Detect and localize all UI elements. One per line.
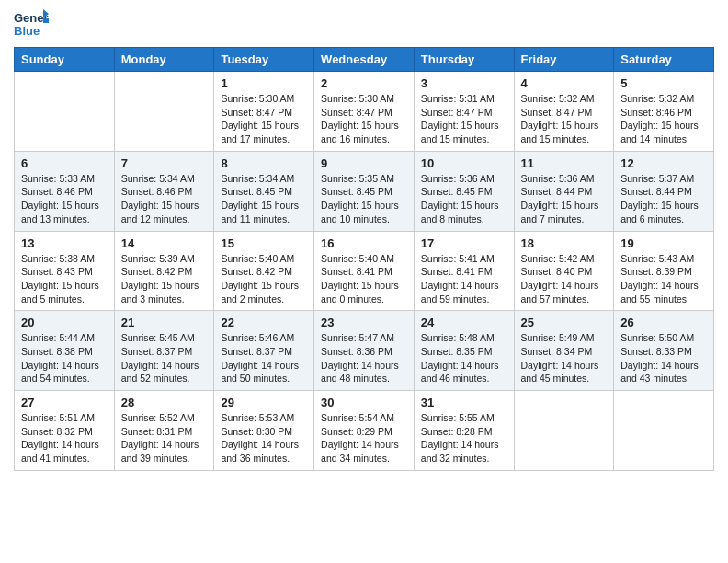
day-number: 16 xyxy=(321,236,407,250)
day-number: 13 xyxy=(21,236,108,250)
calendar-cell-w3-d6: 18Sunrise: 5:42 AM Sunset: 8:40 PM Dayli… xyxy=(514,231,614,311)
day-number: 7 xyxy=(121,156,208,170)
day-info: Sunrise: 5:43 AM Sunset: 8:39 PM Dayligh… xyxy=(620,252,707,306)
day-number: 18 xyxy=(521,236,608,250)
day-info: Sunrise: 5:35 AM Sunset: 8:45 PM Dayligh… xyxy=(321,172,407,226)
day-number: 4 xyxy=(521,76,608,90)
day-number: 11 xyxy=(521,156,608,170)
day-info: Sunrise: 5:45 AM Sunset: 8:37 PM Dayligh… xyxy=(121,331,208,385)
day-number: 8 xyxy=(221,156,307,170)
calendar-cell-w3-d5: 17Sunrise: 5:41 AM Sunset: 8:41 PM Dayli… xyxy=(414,231,514,311)
calendar-cell-w5-d4: 30Sunrise: 5:54 AM Sunset: 8:29 PM Dayli… xyxy=(314,391,415,471)
calendar-cell-w1-d1 xyxy=(15,72,115,152)
day-info: Sunrise: 5:47 AM Sunset: 8:36 PM Dayligh… xyxy=(321,331,407,385)
calendar-cell-w1-d2 xyxy=(114,72,214,152)
day-info: Sunrise: 5:51 AM Sunset: 8:32 PM Dayligh… xyxy=(21,411,108,465)
day-info: Sunrise: 5:48 AM Sunset: 8:35 PM Dayligh… xyxy=(421,331,507,385)
calendar-cell-w2-d4: 9Sunrise: 5:35 AM Sunset: 8:45 PM Daylig… xyxy=(314,151,415,231)
day-number: 12 xyxy=(620,156,707,170)
page: General Blue Sunday Monday Tuesday Wedne… xyxy=(0,0,728,485)
day-info: Sunrise: 5:36 AM Sunset: 8:45 PM Dayligh… xyxy=(421,172,507,226)
calendar-week-1: 1Sunrise: 5:30 AM Sunset: 8:47 PM Daylig… xyxy=(15,72,714,152)
calendar-cell-w3-d3: 15Sunrise: 5:40 AM Sunset: 8:42 PM Dayli… xyxy=(214,231,314,311)
calendar-cell-w5-d2: 28Sunrise: 5:52 AM Sunset: 8:31 PM Dayli… xyxy=(114,391,214,471)
calendar-cell-w4-d4: 23Sunrise: 5:47 AM Sunset: 8:36 PM Dayli… xyxy=(314,311,415,391)
day-number: 9 xyxy=(321,156,407,170)
calendar-cell-w2-d1: 6Sunrise: 5:33 AM Sunset: 8:46 PM Daylig… xyxy=(15,151,115,231)
day-number: 1 xyxy=(221,76,307,90)
calendar-cell-w3-d1: 13Sunrise: 5:38 AM Sunset: 8:43 PM Dayli… xyxy=(15,231,115,311)
day-number: 28 xyxy=(121,396,208,409)
col-wednesday: Wednesday xyxy=(314,48,415,72)
day-info: Sunrise: 5:40 AM Sunset: 8:42 PM Dayligh… xyxy=(221,252,307,306)
day-info: Sunrise: 5:39 AM Sunset: 8:42 PM Dayligh… xyxy=(121,252,208,306)
day-info: Sunrise: 5:49 AM Sunset: 8:34 PM Dayligh… xyxy=(521,331,608,385)
calendar-cell-w5-d6 xyxy=(514,391,614,471)
calendar-cell-w2-d6: 11Sunrise: 5:36 AM Sunset: 8:44 PM Dayli… xyxy=(514,151,614,231)
day-info: Sunrise: 5:55 AM Sunset: 8:28 PM Dayligh… xyxy=(421,411,507,465)
calendar-header-row: Sunday Monday Tuesday Wednesday Thursday… xyxy=(15,48,714,72)
col-saturday: Saturday xyxy=(614,48,714,72)
calendar-cell-w2-d2: 7Sunrise: 5:34 AM Sunset: 8:46 PM Daylig… xyxy=(114,151,214,231)
day-info: Sunrise: 5:30 AM Sunset: 8:47 PM Dayligh… xyxy=(321,92,407,146)
day-info: Sunrise: 5:52 AM Sunset: 8:31 PM Dayligh… xyxy=(121,411,208,465)
day-info: Sunrise: 5:46 AM Sunset: 8:37 PM Dayligh… xyxy=(221,331,307,385)
day-number: 29 xyxy=(221,396,307,409)
col-tuesday: Tuesday xyxy=(214,48,314,72)
col-thursday: Thursday xyxy=(414,48,514,72)
day-number: 10 xyxy=(421,156,507,170)
day-number: 14 xyxy=(121,236,208,250)
day-number: 17 xyxy=(421,236,507,250)
day-info: Sunrise: 5:38 AM Sunset: 8:43 PM Dayligh… xyxy=(21,252,108,306)
calendar-week-3: 13Sunrise: 5:38 AM Sunset: 8:43 PM Dayli… xyxy=(15,231,714,311)
day-info: Sunrise: 5:44 AM Sunset: 8:38 PM Dayligh… xyxy=(21,331,108,385)
calendar-cell-w1-d5: 3Sunrise: 5:31 AM Sunset: 8:47 PM Daylig… xyxy=(414,72,514,152)
day-number: 30 xyxy=(321,396,407,409)
calendar-cell-w1-d6: 4Sunrise: 5:32 AM Sunset: 8:47 PM Daylig… xyxy=(514,72,614,152)
day-number: 31 xyxy=(421,396,507,409)
calendar-cell-w5-d5: 31Sunrise: 5:55 AM Sunset: 8:28 PM Dayli… xyxy=(414,391,514,471)
day-number: 26 xyxy=(620,316,707,329)
day-info: Sunrise: 5:34 AM Sunset: 8:46 PM Dayligh… xyxy=(121,172,208,226)
calendar-cell-w4-d1: 20Sunrise: 5:44 AM Sunset: 8:38 PM Dayli… xyxy=(15,311,115,391)
day-info: Sunrise: 5:50 AM Sunset: 8:33 PM Dayligh… xyxy=(620,331,707,385)
calendar-cell-w1-d4: 2Sunrise: 5:30 AM Sunset: 8:47 PM Daylig… xyxy=(314,72,415,152)
header: General Blue xyxy=(14,9,714,42)
calendar-week-4: 20Sunrise: 5:44 AM Sunset: 8:38 PM Dayli… xyxy=(15,311,714,391)
calendar-cell-w4-d3: 22Sunrise: 5:46 AM Sunset: 8:37 PM Dayli… xyxy=(214,311,314,391)
day-number: 2 xyxy=(321,76,407,90)
day-number: 21 xyxy=(121,316,208,329)
day-info: Sunrise: 5:41 AM Sunset: 8:41 PM Dayligh… xyxy=(421,252,507,306)
day-info: Sunrise: 5:31 AM Sunset: 8:47 PM Dayligh… xyxy=(421,92,507,146)
col-monday: Monday xyxy=(114,48,214,72)
calendar-cell-w1-d3: 1Sunrise: 5:30 AM Sunset: 8:47 PM Daylig… xyxy=(214,72,314,152)
calendar-cell-w2-d7: 12Sunrise: 5:37 AM Sunset: 8:44 PM Dayli… xyxy=(614,151,714,231)
calendar-table: Sunday Monday Tuesday Wednesday Thursday… xyxy=(14,47,714,471)
logo: General Blue xyxy=(14,9,49,42)
logo-svg: General Blue xyxy=(14,9,49,42)
day-number: 5 xyxy=(620,76,707,90)
calendar-cell-w3-d4: 16Sunrise: 5:40 AM Sunset: 8:41 PM Dayli… xyxy=(314,231,415,311)
day-number: 27 xyxy=(21,396,108,409)
calendar-cell-w4-d6: 25Sunrise: 5:49 AM Sunset: 8:34 PM Dayli… xyxy=(514,311,614,391)
day-info: Sunrise: 5:32 AM Sunset: 8:47 PM Dayligh… xyxy=(521,92,608,146)
col-friday: Friday xyxy=(514,48,614,72)
col-sunday: Sunday xyxy=(15,48,115,72)
day-info: Sunrise: 5:36 AM Sunset: 8:44 PM Dayligh… xyxy=(521,172,608,226)
day-number: 15 xyxy=(221,236,307,250)
calendar-cell-w3-d2: 14Sunrise: 5:39 AM Sunset: 8:42 PM Dayli… xyxy=(114,231,214,311)
day-number: 19 xyxy=(620,236,707,250)
day-info: Sunrise: 5:53 AM Sunset: 8:30 PM Dayligh… xyxy=(221,411,307,465)
calendar-cell-w5-d3: 29Sunrise: 5:53 AM Sunset: 8:30 PM Dayli… xyxy=(214,391,314,471)
calendar-cell-w5-d1: 27Sunrise: 5:51 AM Sunset: 8:32 PM Dayli… xyxy=(15,391,115,471)
day-info: Sunrise: 5:32 AM Sunset: 8:46 PM Dayligh… xyxy=(620,92,707,146)
calendar-cell-w5-d7 xyxy=(614,391,714,471)
day-number: 3 xyxy=(421,76,507,90)
calendar-cell-w4-d2: 21Sunrise: 5:45 AM Sunset: 8:37 PM Dayli… xyxy=(114,311,214,391)
calendar-week-2: 6Sunrise: 5:33 AM Sunset: 8:46 PM Daylig… xyxy=(15,151,714,231)
svg-text:Blue: Blue xyxy=(14,24,40,38)
calendar-cell-w3-d7: 19Sunrise: 5:43 AM Sunset: 8:39 PM Dayli… xyxy=(614,231,714,311)
day-number: 25 xyxy=(521,316,608,329)
day-info: Sunrise: 5:34 AM Sunset: 8:45 PM Dayligh… xyxy=(221,172,307,226)
day-info: Sunrise: 5:37 AM Sunset: 8:44 PM Dayligh… xyxy=(620,172,707,226)
